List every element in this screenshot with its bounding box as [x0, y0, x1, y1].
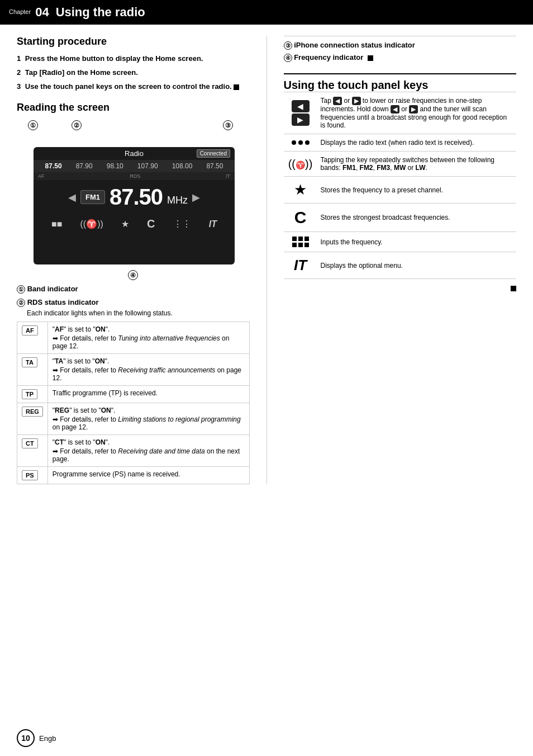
main-content: Starting procedure 1 Press the Home butt… — [0, 25, 533, 495]
ann2-desc: Each indicator lights when in the follow… — [27, 309, 250, 317]
ann1-label: ① Band indicator — [17, 285, 250, 294]
rds-table: AF "AF" is set to "ON". ➡ For details, r… — [17, 322, 250, 484]
step-1-text: Press the Home button to display the Hom… — [25, 54, 203, 63]
rs-icon-preset[interactable]: ■■ — [51, 219, 62, 229]
dot2-icon — [298, 140, 303, 145]
ann2-circle-small: ② — [17, 299, 25, 307]
ann-2-circle: ② — [72, 120, 82, 130]
rs-icon-grid[interactable]: ⋮⋮ — [173, 219, 191, 229]
starting-procedure-title: Starting procedure — [17, 36, 250, 48]
ann3-right: ③ iPhone connection status indicator — [284, 41, 517, 50]
band-fm2: FM2 — [360, 164, 373, 172]
grid-sq-5 — [298, 243, 303, 247]
ann-4-circle: ④ — [128, 270, 138, 280]
touch-icon-arrows-cell: ◀ ▶ — [284, 92, 317, 134]
rds-badge-tp: TP — [22, 389, 37, 399]
chapter-header: Chapter 04 Using the radio — [0, 0, 533, 25]
rds-badge-af: AF — [22, 325, 38, 336]
rds-badge-cell-ct: CT — [17, 435, 48, 467]
touch-key-grid-desc: Inputs the frequency. — [317, 232, 517, 252]
rds-row-tp: TP Traffic programme (TP) is received. — [17, 386, 250, 403]
rds-row-ct: CT "CT" is set to "ON". ➡ For details, r… — [17, 435, 250, 467]
freq-3: 98.10 — [107, 162, 123, 170]
freq-6: 87.50 — [206, 162, 223, 170]
step-3-num: 3 — [17, 82, 21, 91]
chapter-title: Using the radio — [56, 5, 145, 20]
rds-badge-cell-tp: TP — [17, 386, 48, 403]
step-2-text: Tap [Radio] on the Home screen. — [25, 68, 138, 77]
rds-desc-af: "AF" is set to "ON". ➡ For details, refe… — [47, 322, 249, 354]
touch-key-grid: Inputs the frequency. — [284, 232, 517, 252]
wave-band-icon: ((♈)) — [287, 158, 314, 171]
rds-badge-reg: REG — [22, 407, 43, 417]
step-1-num: 1 — [17, 54, 21, 63]
bottom-right-sq-icon — [511, 286, 516, 291]
touch-key-wave-desc: Tapping the key repeatedly switches betw… — [317, 152, 517, 177]
rs-main-freq: 87.50 — [110, 185, 163, 210]
rds-badge-cell-ps: PS — [17, 467, 48, 484]
touch-key-star: ★ Stores the frequency to a preset chann… — [284, 177, 517, 204]
touch-icon-it-cell: IT — [284, 252, 317, 279]
rs-icon-wave[interactable]: ((♈)) — [80, 219, 103, 229]
rs-left-arrow[interactable]: ◀ — [68, 191, 76, 204]
rs-icon-star[interactable]: ★ — [121, 219, 129, 229]
left-arrow-icon[interactable]: ◀ — [292, 100, 310, 112]
reading-screen-title: Reading the screen — [17, 102, 250, 114]
star-icon: ★ — [287, 181, 314, 199]
rs-rds: RDS — [130, 173, 140, 179]
ann2-text: RDS status indicator — [27, 298, 99, 306]
it-icon: IT — [287, 257, 314, 274]
freq-4: 107.90 — [137, 162, 158, 170]
ann-labels: ① Band indicator ② RDS status indicator … — [17, 285, 250, 317]
touch-panel-keys-section: Using the touch panel keys ◀ ▶ Tap ◀ or — [284, 73, 517, 292]
c-icon: C — [287, 208, 314, 227]
arrow-left-inline2-icon: ◀ — [391, 105, 399, 114]
rds-row-af: AF "AF" is set to "ON". ➡ For details, r… — [17, 322, 250, 354]
rs-connected-badge: Connected — [197, 149, 230, 158]
grid-sq-3 — [304, 237, 309, 241]
reading-screen-section: Reading the screen ① ② ③ Radio Connected — [17, 102, 250, 484]
touch-key-dots: Displays the radio text (when radio text… — [284, 134, 517, 152]
rs-title: Radio — [125, 149, 144, 158]
band-fm3: FM3 — [377, 164, 390, 172]
rs-small-bar: AF RDS IT — [34, 172, 235, 180]
ann3-label-right: iPhone connection status indicator — [294, 41, 415, 49]
grid-sq-4 — [292, 243, 297, 247]
step-3-text: Use the touch panel keys on the screen t… — [25, 82, 232, 91]
step-3-icon — [234, 84, 239, 90]
arrow-right-inline-icon: ▶ — [352, 97, 361, 105]
rds-desc-tp: Traffic programme (TP) is received. — [47, 386, 249, 403]
arrow-right-inline2-icon: ▶ — [409, 105, 418, 114]
ann4-sq-icon — [368, 55, 373, 61]
bottom-sq-wrapper — [284, 284, 517, 292]
rds-row-ta: TA "TA" is set to "ON". ➡ For details, r… — [17, 354, 250, 386]
rds-badge-cell-reg: REG — [17, 403, 48, 435]
chapter-number: 04 — [35, 6, 49, 18]
touch-key-wave: ((♈)) Tapping the key repeatedly switche… — [284, 152, 517, 177]
ann4-right: ④ Frequency indicator — [284, 53, 517, 62]
rs-band: FM1 — [80, 190, 105, 204]
rs-unit: MHz — [167, 195, 188, 206]
rds-badge-cell-ta: TA — [17, 354, 48, 386]
top-annotations: ① ② ③ — [17, 120, 250, 130]
touch-keys-table: ◀ ▶ Tap ◀ or ▶ to lower or raise frequen… — [284, 92, 517, 279]
rs-af: AF — [38, 173, 45, 179]
grid-icon — [292, 237, 309, 247]
touch-panel-keys-title: Using the touch panel keys — [284, 73, 517, 92]
freq-1: 87.50 — [45, 162, 62, 170]
rs-icon-it[interactable]: IT — [209, 219, 217, 229]
rs-icon-c[interactable]: C — [147, 218, 155, 230]
grid-sq-6 — [304, 243, 309, 247]
rds-row-ps: PS Programme service (PS) name is receiv… — [17, 467, 250, 484]
rs-main-row: ◀ FM1 87.50 MHz ▶ — [34, 180, 235, 214]
band-list-bold: FM1 — [342, 164, 356, 172]
rs-right-arrow[interactable]: ▶ — [192, 191, 200, 204]
rs-bottom-row: ■■ ((♈)) ★ C ⋮⋮ IT — [34, 214, 235, 234]
right-column: ③ iPhone connection status indicator ④ F… — [267, 36, 517, 484]
right-arrow-icon[interactable]: ▶ — [292, 114, 310, 126]
right-annotations: ③ iPhone connection status indicator ④ F… — [284, 36, 517, 62]
rs-freq-row: 87.50 87.90 98.10 107.90 108.00 87.50 — [34, 160, 235, 172]
dot1-icon — [292, 140, 296, 145]
rds-desc-ta: "TA" is set to "ON". ➡ For details, refe… — [47, 354, 249, 386]
touch-icon-grid-cell — [284, 232, 317, 252]
